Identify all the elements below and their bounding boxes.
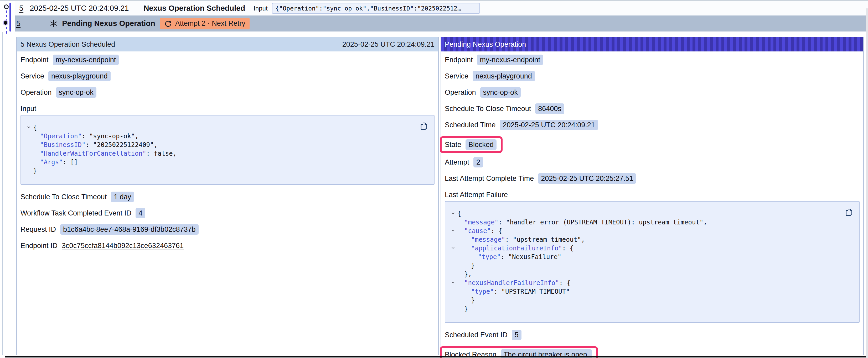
failure-json-viewer: {"message": "handler error (UPSTREAM_TIM… <box>445 201 860 323</box>
json-value: } <box>471 296 475 305</box>
json-value: } <box>464 305 468 314</box>
pending-operation-title: Pending Nexus Operation <box>62 19 155 28</box>
json-line-gutter <box>448 287 457 296</box>
attempt-retry-badge: Attempt 2 · Next Retry <box>160 18 250 29</box>
copy-button[interactable] <box>419 121 428 131</box>
scheduled-event-detail-card: 5 Nexus Operation Scheduled 2025-02-25 U… <box>16 37 439 355</box>
detail-field-service: Servicenexus-playground <box>21 71 435 82</box>
field-value-badge: sync-op-ok <box>56 87 96 98</box>
detail-field-scheduled-event-id: Scheduled Event ID5 <box>445 330 860 340</box>
workflow-event-history-screen: 5 2025-02-25 UTC 20:24:09.21 Nexus Opera… <box>0 0 868 358</box>
json-value: : "NexusFailure" <box>501 253 561 261</box>
detail-field-state: StateBlocked <box>445 136 860 153</box>
timeline-active-bar <box>9 3 11 32</box>
field-label: Schedule To Close Timeout <box>445 105 531 113</box>
event-input-preview-chip[interactable]: {"Operation":"sync-op-ok","BusinessID":"… <box>272 3 480 14</box>
field-label: Operation <box>445 89 476 97</box>
json-line-gutter <box>448 261 457 270</box>
json-line: "type": "UPSTREAM_TIMEOUT" <box>448 287 841 296</box>
field-value-badge: 86400s <box>535 103 564 114</box>
field-value-link[interactable]: 3c0c75ccfa8144b092c13ce632463761 <box>62 242 184 250</box>
field-label: Scheduled Time <box>445 121 496 129</box>
field-value-badge: Blocked <box>466 139 497 150</box>
timeline-dashed-connector <box>6 10 7 21</box>
detail-field-schedule-to-close-timeout: Schedule To Close Timeout1 day <box>21 192 435 202</box>
field-label: Endpoint <box>21 56 49 64</box>
event-row-nexus-operation-scheduled[interactable]: 5 2025-02-25 UTC 20:24:09.21 Nexus Opera… <box>15 1 868 15</box>
field-label: Service <box>21 72 44 80</box>
json-line: { <box>448 209 841 218</box>
json-key: "Operation" <box>40 132 82 141</box>
detail-field-schedule-to-close-timeout: Schedule To Close Timeout86400s <box>445 103 860 114</box>
event-timestamp: 2025-02-25 UTC 20:24:09.21 <box>30 4 129 12</box>
json-line: }, <box>448 270 841 279</box>
collapse-chevron-icon[interactable] <box>448 209 457 218</box>
retry-icon <box>164 20 172 28</box>
field-label: Endpoint <box>445 56 473 64</box>
field-label: Operation <box>21 89 52 97</box>
attempt-retry-badge-label: Attempt 2 · Next Retry <box>175 20 245 28</box>
scheduled-card-title: 5 Nexus Operation Scheduled <box>21 40 115 48</box>
detail-field-service: Servicenexus-playground <box>445 71 860 82</box>
json-line-gutter <box>448 218 457 227</box>
detail-field-attempt: Attempt2 <box>445 157 860 167</box>
field-value-badge: 2 <box>473 157 483 167</box>
field-label: Schedule To Close Timeout <box>21 193 107 201</box>
field-label: Endpoint ID <box>21 242 58 250</box>
detail-field-workflow-task-completed-event-id: Workflow Task Completed Event ID4 <box>21 208 435 218</box>
input-json-viewer: {"Operation": "sync-op-ok","BusinessID":… <box>21 115 435 185</box>
pending-asterisk-icon <box>50 20 58 28</box>
json-key: "Args" <box>40 158 63 167</box>
copy-icon <box>420 122 428 130</box>
json-line: "message": "handler error (UPSTREAM_TIME… <box>448 218 841 227</box>
event-id-link[interactable]: 5 <box>19 4 23 12</box>
table-frame-border <box>1 1 1 356</box>
json-value: : "upstream timeout", <box>505 235 585 244</box>
bottom-divider <box>5 356 868 357</box>
json-line: "type": "NexusFailure" <box>448 253 841 261</box>
copy-icon <box>845 207 853 217</box>
annotation-highlight-box: StateBlocked <box>440 136 502 153</box>
json-line-gutter <box>448 305 457 314</box>
collapse-chevron-icon[interactable] <box>448 227 457 235</box>
json-value: : "UPSTREAM_TIMEOUT" <box>494 287 570 296</box>
detail-field-last-attempt-complete-time: Last Attempt Complete Time2025-02-25 UTC… <box>445 173 860 184</box>
json-value: : { <box>559 279 570 287</box>
detail-field-operation: Operationsync-op-ok <box>21 87 435 98</box>
field-value-badge: nexus-playground <box>48 71 111 82</box>
field-value-badge: my-nexus-endpoint <box>477 55 543 65</box>
detail-field-operation: Operationsync-op-ok <box>445 87 860 98</box>
json-line: } <box>448 305 841 314</box>
json-value: }, <box>464 270 472 279</box>
event-input-label: Input <box>253 5 268 12</box>
json-line: } <box>448 261 841 270</box>
field-label: Workflow Task Completed Event ID <box>21 209 131 217</box>
field-value-badge: nexus-playground <box>473 71 535 82</box>
json-key: "cause" <box>464 227 491 235</box>
json-line-gutter <box>448 235 457 244</box>
pending-event-id-link[interactable]: 5 <box>16 19 21 28</box>
json-line: "BusinessID": "20250225122409", <box>24 141 415 149</box>
json-line: "Operation": "sync-op-ok", <box>24 132 415 141</box>
json-line-gutter <box>24 158 33 167</box>
json-key: "message" <box>471 235 505 244</box>
field-value-badge: 1 day <box>111 192 134 202</box>
collapse-chevron-icon[interactable] <box>448 244 457 253</box>
json-line-gutter <box>24 167 33 175</box>
pending-nexus-operation-row[interactable]: 5 Pending Nexus Operation Attempt 2 · Ne… <box>15 15 868 32</box>
collapse-chevron-icon[interactable] <box>24 123 33 132</box>
field-label: State <box>445 141 461 149</box>
timeline-node-open-icon <box>4 4 9 9</box>
pending-operation-detail-card: Pending Nexus Operation Endpointmy-nexus… <box>440 37 864 355</box>
json-value: : false, <box>146 149 177 158</box>
json-key: "nexusHandlerFailureInfo" <box>464 279 559 287</box>
json-line: "cause": { <box>448 227 841 235</box>
vertical-scrollbar[interactable] <box>866 8 868 358</box>
collapse-chevron-icon[interactable] <box>448 279 457 287</box>
json-value: { <box>457 209 461 218</box>
scheduled-card-header: 5 Nexus Operation Scheduled 2025-02-25 U… <box>17 37 438 52</box>
copy-button[interactable] <box>844 207 853 217</box>
field-value-badge: my-nexus-endpoint <box>53 55 119 65</box>
json-line: "Args": [] <box>24 158 415 167</box>
json-value: : "handler error (UPSTREAM_TIMEOUT): ups… <box>498 218 707 227</box>
